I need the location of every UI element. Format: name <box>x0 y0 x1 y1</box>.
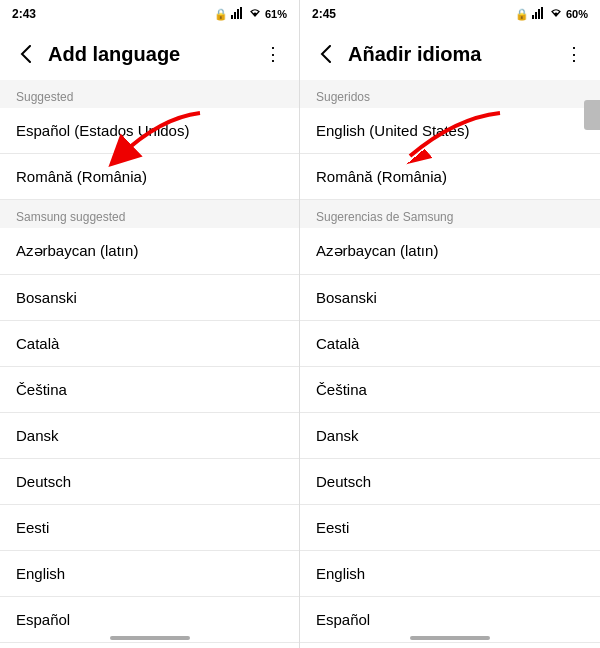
left-panel-content: Suggested Español (Estados Unidos) Român… <box>0 80 299 648</box>
list-item-catala-left[interactable]: Català <box>0 321 299 367</box>
svg-rect-4 <box>532 15 534 19</box>
list-item-romana-left[interactable]: Română (România) <box>0 154 299 200</box>
more-button-left[interactable]: ⋮ <box>255 36 291 72</box>
signal-icon-left <box>231 7 245 21</box>
list-item-eesti-left[interactable]: Eesti <box>0 505 299 551</box>
list-item-english-us[interactable]: English (United States) <box>300 108 600 154</box>
scrollbar-tab-right[interactable] <box>584 100 600 130</box>
list-item-deutsch-right[interactable]: Deutsch <box>300 459 600 505</box>
wifi-icon-right <box>549 8 563 20</box>
svg-rect-3 <box>240 7 242 19</box>
svg-rect-5 <box>535 12 537 19</box>
list-item-english-left[interactable]: English <box>0 551 299 597</box>
signal-icon-right <box>532 7 546 21</box>
svg-rect-7 <box>541 7 543 19</box>
section-header-sugeridos-right: Sugeridos <box>300 80 600 108</box>
list-item-azerbaycan-left[interactable]: Azərbaycan (latın) <box>0 228 299 275</box>
list-item-bosanski-right[interactable]: Bosanski <box>300 275 600 321</box>
list-item-bosanski-left[interactable]: Bosanski <box>0 275 299 321</box>
status-bar-right: 2:45 🔒 60% <box>300 0 600 28</box>
list-item-espanol[interactable]: Español (Estados Unidos) <box>0 108 299 154</box>
page-title-right: Añadir idioma <box>348 43 556 66</box>
section-header-samsung-right: Sugerencias de Samsung <box>300 200 600 228</box>
right-panel-content: Sugeridos English (United States) Română… <box>300 80 600 648</box>
list-item-cestina-right[interactable]: Čeština <box>300 367 600 413</box>
back-button-left[interactable] <box>8 36 44 72</box>
top-bar-left: Add language ⋮ <box>0 28 299 80</box>
camera-icon-left: 🔒 <box>214 8 228 21</box>
status-bar-left: 2:43 🔒 61% <box>0 0 299 28</box>
page-title-left: Add language <box>48 43 255 66</box>
list-item-eesti-right[interactable]: Eesti <box>300 505 600 551</box>
svg-rect-6 <box>538 9 540 19</box>
right-panel: 2:45 🔒 60% Añadir idioma ⋮ <box>300 0 600 648</box>
time-left: 2:43 <box>12 7 36 21</box>
list-item-english-right[interactable]: English <box>300 551 600 597</box>
battery-right: 60% <box>566 8 588 20</box>
list-item-dansk-left[interactable]: Dansk <box>0 413 299 459</box>
scroll-indicator-left <box>110 636 190 640</box>
time-right: 2:45 <box>312 7 336 21</box>
svg-rect-0 <box>231 15 233 19</box>
list-item-cestina-left[interactable]: Čeština <box>0 367 299 413</box>
camera-icon-right: 🔒 <box>515 8 529 21</box>
back-button-right[interactable] <box>308 36 344 72</box>
list-item-deutsch-left[interactable]: Deutsch <box>0 459 299 505</box>
status-icons-right: 🔒 60% <box>515 7 588 21</box>
section-header-suggested-left: Suggested <box>0 80 299 108</box>
more-button-right[interactable]: ⋮ <box>556 36 592 72</box>
list-item-romana-right[interactable]: Română (România) <box>300 154 600 200</box>
section-header-samsung-left: Samsung suggested <box>0 200 299 228</box>
list-item-dansk-right[interactable]: Dansk <box>300 413 600 459</box>
top-bar-right: Añadir idioma ⋮ <box>300 28 600 80</box>
left-panel: 2:43 🔒 61% Add language ⋮ <box>0 0 300 648</box>
status-icons-left: 🔒 61% <box>214 7 287 21</box>
list-item-azerbaycan-right[interactable]: Azərbaycan (latın) <box>300 228 600 275</box>
battery-left: 61% <box>265 8 287 20</box>
wifi-icon-left <box>248 8 262 20</box>
svg-rect-1 <box>234 12 236 19</box>
svg-rect-2 <box>237 9 239 19</box>
scroll-indicator-right <box>410 636 490 640</box>
list-item-catala-right[interactable]: Català <box>300 321 600 367</box>
